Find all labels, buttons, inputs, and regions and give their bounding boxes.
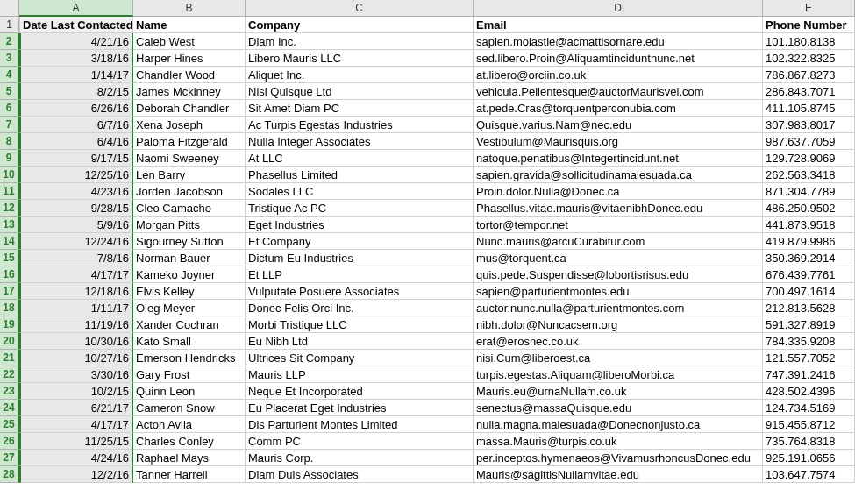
cell-phone[interactable]: 428.502.4396 [763,383,855,400]
cell-phone[interactable]: 103.647.7574 [763,466,855,483]
cell-date[interactable]: 10/2/15 [19,383,133,400]
row-header[interactable]: 27 [0,450,19,466]
cell-name[interactable]: Raphael Mays [133,450,246,466]
cell-name[interactable]: Morgan Pitts [133,217,246,233]
cell-email[interactable]: turpis.egestas.Aliquam@liberoMorbi.ca [474,366,763,383]
cell-date[interactable]: 10/27/16 [19,350,133,366]
cell-email[interactable]: Proin.dolor.Nulla@Donec.ca [474,183,763,200]
cell-name[interactable]: Acton Avila [133,416,246,433]
row-header[interactable]: 6 [0,100,19,117]
cell-date[interactable]: 9/28/15 [19,200,133,217]
cell-company[interactable]: Et Company [246,233,474,250]
column-header-b[interactable]: B [133,0,246,17]
cell-company[interactable]: Dis Parturient Montes Limited [246,416,474,433]
cell-phone[interactable]: 212.813.5628 [763,300,855,316]
cell-date[interactable]: 4/21/16 [19,33,133,50]
cell-phone[interactable]: 676.439.7761 [763,266,855,283]
cell-phone[interactable]: 987.637.7059 [763,133,855,150]
cell-date[interactable]: 10/30/16 [19,333,133,350]
cell-company[interactable]: Diam Duis Associates [246,466,474,483]
row-header[interactable]: 14 [0,233,19,250]
row-header[interactable]: 24 [0,400,19,416]
cell-date[interactable]: 11/19/16 [19,316,133,333]
cell-company[interactable]: At LLC [246,150,474,167]
cell-phone[interactable]: 591.327.8919 [763,316,855,333]
cell-date[interactable]: 5/9/16 [19,217,133,233]
cell-name[interactable]: Kato Small [133,333,246,350]
cell-email[interactable]: Mauris.eu@urnaNullam.co.uk [474,383,763,400]
cell-name[interactable]: Cleo Camacho [133,200,246,217]
cell-name[interactable]: Tanner Harrell [133,466,246,483]
cell-name[interactable]: Paloma Fitzgerald [133,133,246,150]
column-header-d[interactable]: D [474,0,763,17]
cell-name[interactable]: Xander Cochran [133,316,246,333]
cell-phone[interactable]: 915.455.8712 [763,416,855,433]
header-cell-phone[interactable]: Phone Number [763,17,855,33]
cell-company[interactable]: Morbi Tristique LLC [246,316,474,333]
cell-phone[interactable]: 786.867.8273 [763,67,855,83]
cell-name[interactable]: Jorden Jacobson [133,183,246,200]
cell-date[interactable]: 4/17/17 [19,266,133,283]
cell-date[interactable]: 4/24/16 [19,450,133,466]
row-header[interactable]: 17 [0,283,19,300]
cell-email[interactable]: nibh.dolor@Nuncacsem.org [474,316,763,333]
cell-company[interactable]: Aliquet Inc. [246,67,474,83]
cell-company[interactable]: Eget Industries [246,217,474,233]
cell-date[interactable]: 6/26/16 [19,100,133,117]
cell-date[interactable]: 11/25/15 [19,433,133,450]
cell-email[interactable]: sapien.molastie@acmattisornare.edu [474,33,763,50]
cell-company[interactable]: Mauris Corp. [246,450,474,466]
cell-phone[interactable]: 411.105.8745 [763,100,855,117]
cell-email[interactable]: Quisque.varius.Nam@nec.edu [474,117,763,133]
select-all-corner[interactable] [0,0,19,17]
cell-email[interactable]: nulla.magna.malesuada@Donecnonjusto.ca [474,416,763,433]
row-header[interactable]: 22 [0,366,19,383]
row-header[interactable]: 3 [0,50,19,67]
cell-name[interactable]: Len Barry [133,167,246,183]
cell-name[interactable]: Charles Conley [133,433,246,450]
row-header[interactable]: 13 [0,217,19,233]
row-header[interactable]: 16 [0,266,19,283]
row-header[interactable]: 10 [0,167,19,183]
cell-date[interactable]: 6/4/16 [19,133,133,150]
column-header-c[interactable]: C [246,0,474,17]
cell-date[interactable]: 12/2/16 [19,466,133,483]
cell-phone[interactable]: 129.728.9069 [763,150,855,167]
cell-name[interactable]: Caleb West [133,33,246,50]
cell-phone[interactable]: 101.180.8138 [763,33,855,50]
cell-name[interactable]: Deborah Chandler [133,100,246,117]
cell-company[interactable]: Et LLP [246,266,474,283]
cell-phone[interactable]: 486.250.9502 [763,200,855,217]
cell-email[interactable]: nisi.Cum@liberoest.ca [474,350,763,366]
row-header[interactable]: 1 [0,17,19,33]
row-header[interactable]: 28 [0,466,19,483]
cell-name[interactable]: Oleg Meyer [133,300,246,316]
cell-date[interactable]: 12/25/16 [19,167,133,183]
cell-phone[interactable]: 121.557.7052 [763,350,855,366]
cell-email[interactable]: quis.pede.Suspendisse@lobortisrisus.edu [474,266,763,283]
cell-name[interactable]: Harper Hines [133,50,246,67]
cell-company[interactable]: Donec Felis Orci Inc. [246,300,474,316]
cell-email[interactable]: vehicula.Pellentesque@auctorMaurisvel.co… [474,83,763,100]
cell-name[interactable]: Elvis Kelley [133,283,246,300]
cell-phone[interactable]: 784.335.9208 [763,333,855,350]
cell-phone[interactable]: 700.497.1614 [763,283,855,300]
row-header[interactable]: 12 [0,200,19,217]
cell-phone[interactable]: 102.322.8325 [763,50,855,67]
cell-email[interactable]: senectus@massaQuisque.edu [474,400,763,416]
row-header[interactable]: 4 [0,67,19,83]
cell-date[interactable]: 6/7/16 [19,117,133,133]
cell-name[interactable]: Kameko Joyner [133,266,246,283]
cell-phone[interactable]: 307.983.8017 [763,117,855,133]
cell-name[interactable]: Quinn Leon [133,383,246,400]
row-header[interactable]: 7 [0,117,19,133]
cell-name[interactable]: Naomi Sweeney [133,150,246,167]
cell-date[interactable]: 3/30/16 [19,366,133,383]
cell-company[interactable]: Phasellus Limited [246,167,474,183]
cell-company[interactable]: Comm PC [246,433,474,450]
cell-date[interactable]: 4/17/17 [19,416,133,433]
cell-company[interactable]: Ultrices Sit Company [246,350,474,366]
column-header-e[interactable]: E [763,0,855,17]
cell-company[interactable]: Dictum Eu Industries [246,250,474,266]
cell-email[interactable]: at.libero@orciin.co.uk [474,67,763,83]
